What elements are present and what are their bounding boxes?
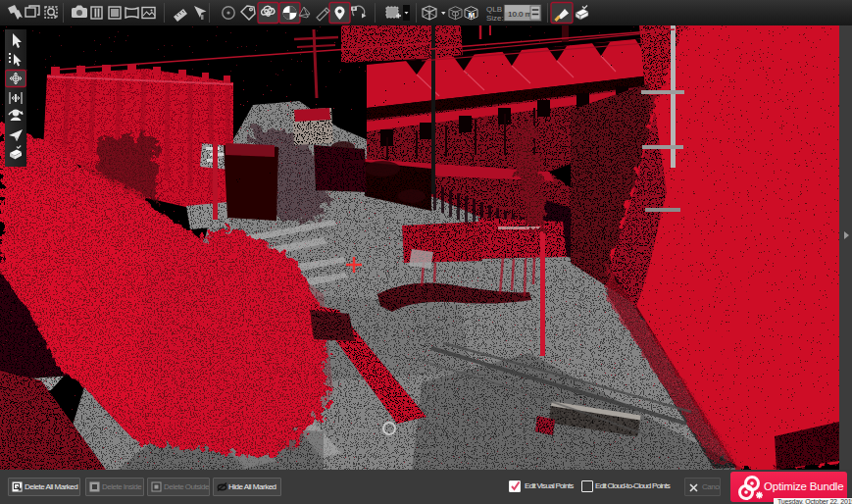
svg-text:10.0 m: 10.0 m	[508, 10, 532, 19]
svg-text:QLB: QLB	[486, 5, 502, 14]
svg-text:Size:: Size:	[486, 14, 504, 23]
svg-text:M: M	[469, 11, 476, 20]
